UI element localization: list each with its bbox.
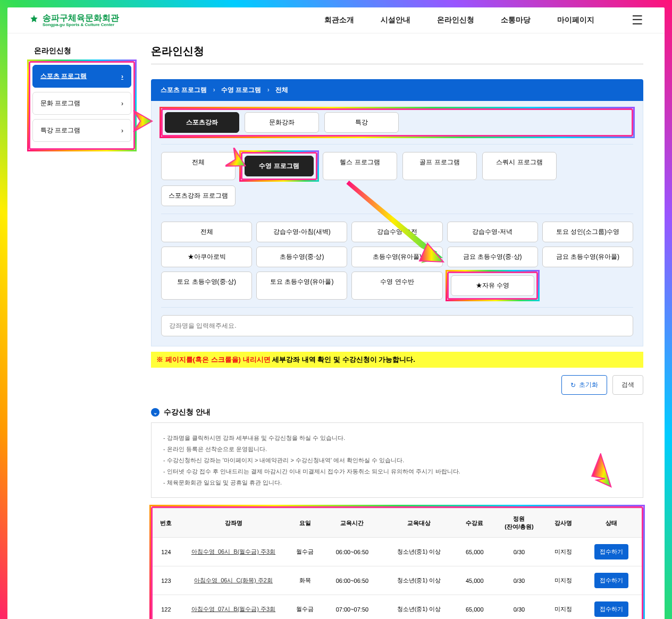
filter-item[interactable]: 초등수영(유아풀) bbox=[351, 247, 442, 267]
apply-button[interactable]: 접수하기 bbox=[594, 544, 628, 559]
chevron-right-icon: › bbox=[121, 100, 123, 107]
crumb-1: 스포츠 프로그램 bbox=[161, 86, 207, 94]
filter-item[interactable]: 강습수영-아침(새벽) bbox=[256, 222, 347, 242]
refresh-icon: ↻ bbox=[570, 381, 576, 389]
program-tab-swim[interactable]: 수영 프로그램 bbox=[245, 156, 314, 176]
main-nav: 회관소개 시설안내 온라인신청 소통마당 마이페이지 ☰ bbox=[324, 13, 643, 28]
cell-time: 07:00~07:50 bbox=[323, 595, 381, 619]
sidebar-item-sports[interactable]: 스포츠 프로그램 › bbox=[32, 65, 131, 88]
program-tab-squash[interactable]: 스쿼시 프로그램 bbox=[482, 152, 557, 180]
sidebar-item-label: 문화 프로그램 bbox=[40, 99, 80, 108]
sidebar: 온라인신청 스포츠 프로그램 › 문화 프로그램 › 특강 프로그램 › bbox=[29, 44, 135, 150]
table-row: 123아침수영_06시_C(화목) 주2회화목06:00~06:50청소년(중1… bbox=[153, 566, 642, 595]
search-wrap bbox=[161, 308, 633, 336]
filter-item[interactable]: 전체 bbox=[161, 222, 252, 242]
filter-item[interactable]: 초등수영(중·상) bbox=[256, 247, 347, 267]
sidebar-item-special[interactable]: 특강 프로그램 › bbox=[32, 119, 131, 142]
table-row: 122아침수영_07시_B(월수금) 주3회월수금07:00~07:50청소년(… bbox=[153, 595, 642, 619]
nav-community[interactable]: 소통마당 bbox=[501, 15, 531, 25]
type-tab-special[interactable]: 특강 bbox=[324, 112, 399, 133]
logo-icon bbox=[29, 14, 39, 27]
filter-item[interactable]: 금요 초등수영(중·상) bbox=[447, 247, 538, 267]
chevron-right-icon: › bbox=[213, 86, 215, 94]
course-link[interactable]: 아침수영_06시_B(월수금) 주3회 bbox=[191, 548, 275, 555]
crumb-2: 수영 프로그램 bbox=[221, 86, 261, 94]
cell-teacher: 미지정 bbox=[545, 566, 581, 595]
menu-icon[interactable]: ☰ bbox=[632, 13, 643, 28]
cell-no: 124 bbox=[153, 538, 180, 566]
program-tab-health[interactable]: 헬스 프로그램 bbox=[323, 152, 397, 180]
cell-teacher: 미지정 bbox=[545, 595, 581, 619]
divider bbox=[151, 64, 643, 64]
logo-subtitle: Songpa-gu Sports & Culture Center bbox=[43, 22, 119, 27]
section-title-text: 수강신청 안내 bbox=[164, 408, 211, 417]
cell-no: 123 bbox=[153, 566, 180, 595]
cell-name: 아침수영_06시_B(월수금) 주3회 bbox=[180, 538, 287, 566]
crumb-3: 전체 bbox=[275, 86, 288, 94]
th-days: 요일 bbox=[287, 508, 323, 538]
nav-mypage[interactable]: 마이페이지 bbox=[557, 15, 594, 25]
sidebar-item-label: 스포츠 프로그램 bbox=[40, 72, 87, 81]
program-tab-all[interactable]: 전체 bbox=[161, 152, 236, 180]
filter-item[interactable]: 토요 초등수영(유아풀) bbox=[256, 272, 347, 300]
filter-item[interactable]: 강습수영-저녁 bbox=[447, 222, 538, 242]
cell-target: 청소년(중1) 이상 bbox=[381, 538, 456, 566]
sidebar-item-culture[interactable]: 문화 프로그램 › bbox=[32, 92, 131, 115]
type-tabs-highlight: 스포츠강좌 문화강좌 특강 bbox=[161, 108, 633, 137]
type-tab-sports[interactable]: 스포츠강좌 bbox=[165, 112, 239, 133]
nav-intro[interactable]: 회관소개 bbox=[324, 15, 354, 25]
program-tab-highlight: 수영 프로그램 bbox=[241, 152, 317, 180]
course-link[interactable]: 아침수영_06시_C(화목) 주2회 bbox=[194, 577, 273, 583]
search-button[interactable]: 검색 bbox=[612, 375, 643, 395]
program-tab-golf[interactable]: 골프 프로그램 bbox=[402, 152, 477, 180]
reset-button[interactable]: ↻ 초기화 bbox=[561, 375, 607, 395]
th-target: 교육대상 bbox=[381, 508, 456, 538]
filter-item[interactable]: 수영 연수반 bbox=[351, 272, 442, 300]
apply-button[interactable]: 접수하기 bbox=[594, 573, 628, 588]
filter-item[interactable]: 토요 성인(소그룹)수영 bbox=[542, 222, 633, 242]
cell-fee: 65,000 bbox=[457, 538, 493, 566]
notice-suffix: 세부강좌 내역 확인 및 수강신청이 가능합니다. bbox=[271, 355, 415, 363]
cell-cap: 0/30 bbox=[493, 595, 545, 619]
cell-status: 접수하기 bbox=[581, 538, 642, 566]
cell-no: 122 bbox=[153, 595, 180, 619]
cell-days: 화목 bbox=[287, 566, 323, 595]
search-label: 검색 bbox=[621, 380, 634, 389]
cell-cap: 0/30 bbox=[493, 566, 545, 595]
notice-bar: ※ 페이지를(혹은 스크롤을) 내리시면 세부강좌 내역 확인 및 수강신청이 … bbox=[151, 352, 643, 368]
filter-panel: 스포츠강좌 문화강좌 특강 전체 수영 프로그램 헬스 프로그램 골프 프로그램… bbox=[151, 101, 643, 346]
filter-free-swim-highlight: ★자유 수영 bbox=[447, 272, 538, 300]
sidebar-highlight: 스포츠 프로그램 › 문화 프로그램 › 특강 프로그램 › bbox=[29, 61, 135, 150]
filter-item[interactable]: 토요 초등수영(중·상) bbox=[161, 272, 252, 300]
section-title: ⌄ 수강신청 안내 bbox=[151, 408, 643, 417]
breadcrumb: 스포츠 프로그램 › 수영 프로그램 › 전체 bbox=[151, 79, 643, 101]
filter-item[interactable]: ★아쿠아로빅 bbox=[161, 247, 252, 267]
program-tab-sportsclass[interactable]: 스포츠강좌 프로그램 bbox=[161, 185, 236, 206]
th-teacher: 강사명 bbox=[545, 508, 581, 538]
search-input[interactable] bbox=[161, 315, 633, 336]
reset-label: 초기화 bbox=[579, 380, 598, 389]
chevron-right-icon: › bbox=[121, 127, 123, 134]
filter-item[interactable]: 금요 초등수영(유아풀) bbox=[542, 247, 633, 267]
chevron-right-icon: › bbox=[121, 73, 123, 80]
sidebar-item-label: 특강 프로그램 bbox=[40, 126, 80, 135]
course-link[interactable]: 아침수영_07시_B(월수금) 주3회 bbox=[191, 606, 275, 612]
th-name: 강좌명 bbox=[180, 508, 287, 538]
filter-item-free-swim[interactable]: ★자유 수영 bbox=[451, 275, 534, 296]
nav-facility[interactable]: 시설안내 bbox=[381, 15, 410, 25]
type-tab-culture[interactable]: 문화강좌 bbox=[245, 112, 319, 133]
logo[interactable]: 송파구체육문화회관 Songpa-gu Sports & Culture Cen… bbox=[29, 13, 119, 28]
cell-teacher: 미지정 bbox=[545, 538, 581, 566]
cell-time: 06:00~06:50 bbox=[323, 566, 381, 595]
info-line: - 온라인 등록은 선착순으로 운영됩니다. bbox=[163, 444, 631, 455]
filter-item[interactable]: 강습수영-오전 bbox=[351, 222, 442, 242]
apply-button[interactable]: 접수하기 bbox=[594, 601, 628, 617]
cell-target: 청소년(중1) 이상 bbox=[381, 566, 456, 595]
sidebar-title: 온라인신청 bbox=[29, 44, 135, 61]
cell-time: 06:00~06:50 bbox=[323, 538, 381, 566]
info-box: - 강좌명을 클릭하시면 강좌 세부내용 및 수강신청을 하실 수 있습니다. … bbox=[151, 422, 643, 498]
th-no: 번호 bbox=[153, 508, 180, 538]
chevron-right-icon: › bbox=[267, 86, 270, 94]
nav-apply[interactable]: 온라인신청 bbox=[437, 15, 474, 25]
info-line: - 수강신청하신 강좌는 '마이페이지 > 내예약관리 > 수강신청내역' 에서… bbox=[163, 455, 631, 466]
